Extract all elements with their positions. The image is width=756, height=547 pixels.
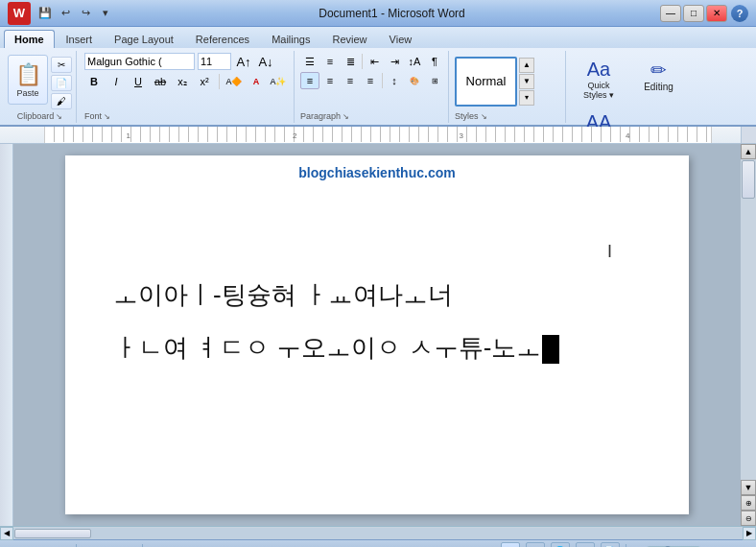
scroll-down-button[interactable]: ▼ <box>741 480 756 495</box>
editing-group: ✏ Editing <box>631 51 686 123</box>
justify-button[interactable]: ≡ <box>361 72 380 89</box>
word-icon: W <box>8 2 31 25</box>
quick-styles-icon: Aа <box>587 59 610 81</box>
doc-text-line1[interactable]: ㅗ이아ㅣ-팅슝혀 ㅏㅛ여나ㅗ너 <box>113 278 641 312</box>
font-group: A↑ A↓ B I U ab x₂ x² A🔶 A A✨ Font ↘ <box>79 51 295 123</box>
editing-label: Editing <box>644 82 673 92</box>
scroll-bottom-button[interactable]: ⊖ <box>741 511 756 526</box>
ruler-corner <box>741 127 756 144</box>
qa-dropdown-btn[interactable]: ▾ <box>97 6 114 21</box>
multilevel-list-button[interactable]: ≣ <box>341 53 360 70</box>
subscript-button[interactable]: x₂ <box>173 73 192 90</box>
vertical-scrollbar[interactable]: ▲ ▼ ⊕ ⊖ <box>741 144 756 526</box>
align-right-button[interactable]: ≡ <box>341 72 360 89</box>
tab-page-layout[interactable]: Page Layout <box>104 30 184 48</box>
scroll-right-button[interactable]: ▶ <box>743 527 756 540</box>
normal-style-item[interactable]: Normal <box>455 57 517 107</box>
h-scroll-thumb[interactable] <box>14 529 91 538</box>
horizontal-ruler: 1 2 3 4 <box>0 127 756 144</box>
undo-quick-btn[interactable]: ↩ <box>57 6 74 21</box>
clipboard-label: Clipboard ↘ <box>17 111 63 121</box>
status-sep-1 <box>76 544 77 548</box>
decrease-indent-button[interactable]: ⇤ <box>365 53 384 70</box>
grow-font-button[interactable]: A↑ <box>234 53 253 70</box>
full-screen-button[interactable]: ⊟ <box>526 542 545 548</box>
scroll-top-button[interactable]: ⊕ <box>741 495 756 511</box>
styles-scroll-down-button[interactable]: ▼ <box>519 74 534 89</box>
paste-icon: 📋 <box>15 62 41 87</box>
copy-button[interactable]: 📄 <box>51 75 72 91</box>
italic-button[interactable]: I <box>106 73 126 90</box>
superscript-button[interactable]: x² <box>195 73 214 90</box>
paste-button[interactable]: 📋 Paste <box>8 55 48 105</box>
bullets-button[interactable]: ☰ <box>300 53 319 70</box>
line-spacing-button[interactable]: ↕ <box>385 72 404 89</box>
text-cursor-block <box>542 335 559 364</box>
format-painter-button[interactable]: 🖌 <box>51 93 72 109</box>
shrink-font-button[interactable]: A↓ <box>256 53 275 70</box>
help-button[interactable]: ? <box>731 5 748 22</box>
numbering-button[interactable]: ≡ <box>320 53 340 70</box>
paragraph-group-label: Paragraph ↘ <box>300 111 444 121</box>
styles-group-label: Styles ↘ <box>455 111 561 121</box>
print-layout-button[interactable]: ▤ <box>501 542 520 548</box>
editing-button[interactable]: ✏ Editing <box>637 55 680 96</box>
paragraph-expand-icon[interactable]: ↘ <box>343 112 349 121</box>
close-button[interactable]: ✕ <box>706 5 727 22</box>
ruler-inner: 1 2 3 4 <box>45 127 711 143</box>
vertical-ruler <box>0 144 13 526</box>
status-sep-2 <box>142 544 143 548</box>
draft-button[interactable]: 📄 <box>601 542 620 548</box>
text-effects-button[interactable]: A✨ <box>269 73 288 90</box>
bold-button[interactable]: B <box>84 73 104 90</box>
h-scroll-track[interactable] <box>13 528 743 539</box>
styles-more-button[interactable]: ▾ <box>519 90 534 106</box>
tab-references[interactable]: References <box>185 30 260 48</box>
tab-view[interactable]: View <box>379 30 423 48</box>
document-page: blogchiasekienthuc.com I ㅗ이아ㅣ-팅슝혀 ㅏㅛ여나ㅗ너… <box>65 155 689 514</box>
borders-button[interactable]: ⊞ <box>425 72 444 89</box>
styles-scroll-up-button[interactable]: ▲ <box>519 58 534 73</box>
scroll-left-button[interactable]: ◀ <box>0 527 13 540</box>
scroll-track[interactable] <box>741 159 756 480</box>
quick-styles-button[interactable]: Aа QuickStyles ▾ <box>574 55 624 104</box>
sort-button[interactable]: ↕A <box>405 53 424 70</box>
show-formatting-button[interactable]: ¶ <box>425 53 444 70</box>
font-expand-icon[interactable]: ↘ <box>104 112 110 121</box>
redo-quick-btn[interactable]: ↪ <box>77 6 94 21</box>
font-size-input[interactable] <box>198 53 231 70</box>
title-bar: W 💾 ↩ ↪ ▾ Document1 - Microsoft Word — □… <box>0 0 756 27</box>
quick-styles-group: Aа QuickStyles ▾ АA ChangeStyles ▾ <box>568 51 629 123</box>
scroll-thumb[interactable] <box>742 160 755 199</box>
quick-styles-label: QuickStyles ▾ <box>583 81 614 100</box>
text-highlight-button[interactable]: A🔶 <box>224 73 244 90</box>
horizontal-scrollbar[interactable]: ◀ ▶ <box>0 526 756 539</box>
tab-home[interactable]: Home <box>4 30 55 48</box>
font-name-input[interactable] <box>84 53 195 70</box>
minimize-button[interactable]: — <box>660 5 681 22</box>
styles-expand-icon[interactable]: ↘ <box>481 112 487 121</box>
strikethrough-button[interactable]: ab <box>151 73 170 90</box>
status-sep-3 <box>626 544 626 548</box>
tab-mailings[interactable]: Mailings <box>261 30 320 48</box>
tab-insert[interactable]: Insert <box>56 30 104 48</box>
underline-button[interactable]: U <box>129 73 148 90</box>
align-center-button[interactable]: ≡ <box>320 72 340 89</box>
save-quick-btn[interactable]: 💾 <box>36 6 54 21</box>
clipboard-expand-icon[interactable]: ↘ <box>56 112 62 121</box>
web-layout-button[interactable]: 🌐 <box>551 542 570 548</box>
main-area: blogchiasekienthuc.com I ㅗ이아ㅣ-팅슝혀 ㅏㅛ여나ㅗ너… <box>0 144 756 526</box>
doc-text-line2[interactable]: ㅏㄴ여 ㅕㄷㅇ ㅜ오ㅗ이ㅇ ㅅㅜ튜-노ㅗ <box>113 331 641 365</box>
tab-review[interactable]: Review <box>321 30 377 48</box>
styles-group: Normal ▲ ▼ ▾ Styles ↘ <box>451 51 566 123</box>
outline-button[interactable]: ≡ <box>576 542 595 548</box>
font-color-button[interactable]: A <box>247 73 266 90</box>
editing-icon: ✏ <box>650 59 667 82</box>
cut-button[interactable]: ✂ <box>51 57 72 73</box>
increase-indent-button[interactable]: ⇥ <box>385 53 404 70</box>
shading-button[interactable]: 🎨 <box>405 72 424 89</box>
maximize-button[interactable]: □ <box>683 5 704 22</box>
doc-container: blogchiasekienthuc.com I ㅗ이아ㅣ-팅슝혀 ㅏㅛ여나ㅗ너… <box>13 144 741 526</box>
scroll-up-button[interactable]: ▲ <box>741 144 756 159</box>
align-left-button[interactable]: ≡ <box>300 72 319 89</box>
